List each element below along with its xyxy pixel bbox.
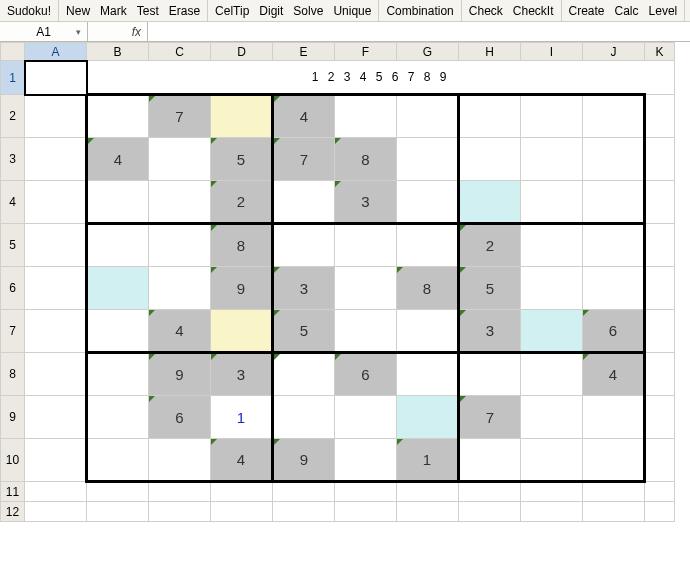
col-header-D[interactable]: D [211,43,273,61]
cell-H6[interactable]: 5 [459,267,521,310]
cell-E4[interactable] [273,181,335,224]
cell-A2[interactable] [25,95,87,138]
row-header-12[interactable]: 12 [1,502,25,522]
formula-bar[interactable] [148,22,690,41]
cell-C6[interactable] [149,267,211,310]
col-header-F[interactable]: F [335,43,397,61]
cell-A11[interactable] [25,482,87,502]
row-header-5[interactable]: 5 [1,224,25,267]
col-header-I[interactable]: I [521,43,583,61]
cell-E7[interactable]: 5 [273,310,335,353]
cell-A9[interactable] [25,396,87,439]
toolbar-checkit-button[interactable]: CheckIt [508,2,559,20]
cell-B5[interactable] [87,224,149,267]
cell-A12[interactable] [25,502,87,522]
cell-C3[interactable] [149,138,211,181]
row-header-9[interactable]: 9 [1,396,25,439]
cell-K11[interactable] [645,482,675,502]
cell-H7[interactable]: 3 [459,310,521,353]
col-header-K[interactable]: K [645,43,675,61]
cell-H9[interactable]: 7 [459,396,521,439]
cell-B8[interactable] [87,353,149,396]
cell-F10[interactable] [335,439,397,482]
cell-J7[interactable]: 6 [583,310,645,353]
cell-A5[interactable] [25,224,87,267]
cell-A6[interactable] [25,267,87,310]
cell-K9[interactable] [645,396,675,439]
cell-A3[interactable] [25,138,87,181]
cell-J8[interactable]: 4 [583,353,645,396]
cell-B10[interactable] [87,439,149,482]
name-box-dropdown-icon[interactable]: ▾ [72,26,84,38]
cell-J3[interactable] [583,138,645,181]
cell-B12[interactable] [87,502,149,522]
cell-G6[interactable]: 8 [397,267,459,310]
cell-D7[interactable] [211,310,273,353]
cell-K4[interactable] [645,181,675,224]
cell-A7[interactable] [25,310,87,353]
cell-K10[interactable] [645,439,675,482]
cell-G2[interactable] [397,95,459,138]
cell-J2[interactable] [583,95,645,138]
name-box[interactable]: A1 ▾ [0,22,88,41]
col-header-C[interactable]: C [149,43,211,61]
toolbar-solve-button[interactable]: Solve [288,2,328,20]
cell-J10[interactable] [583,439,645,482]
cell-I6[interactable] [521,267,583,310]
toolbar-app-name-button[interactable]: Sudoku! [2,2,56,20]
cell-F2[interactable] [335,95,397,138]
cell-E6[interactable]: 3 [273,267,335,310]
cell-D4[interactable]: 2 [211,181,273,224]
cell-A4[interactable] [25,181,87,224]
cell-H3[interactable] [459,138,521,181]
cell-E10[interactable]: 9 [273,439,335,482]
cell-B11[interactable] [87,482,149,502]
cell-E9[interactable] [273,396,335,439]
col-header-H[interactable]: H [459,43,521,61]
cell-H4[interactable] [459,181,521,224]
cell-J4[interactable] [583,181,645,224]
cell-B4[interactable] [87,181,149,224]
cell-F11[interactable] [335,482,397,502]
col-header-A[interactable]: A [25,43,87,61]
cell-A10[interactable] [25,439,87,482]
cell-C8[interactable]: 9 [149,353,211,396]
cell-K3[interactable] [645,138,675,181]
worksheet-grid[interactable]: ABCDEFGHIJK 11 2 3 4 5 6 7 8 92743457842… [0,42,690,522]
cell-F7[interactable] [335,310,397,353]
cell-A8[interactable] [25,353,87,396]
toolbar-digit-button[interactable]: Digit [254,2,288,20]
cell-D3[interactable]: 5 [211,138,273,181]
col-header-J[interactable]: J [583,43,645,61]
cell-D11[interactable] [211,482,273,502]
cell-E12[interactable] [273,502,335,522]
row-header-7[interactable]: 7 [1,310,25,353]
cell-H2[interactable] [459,95,521,138]
cell-I7[interactable] [521,310,583,353]
cell-D5[interactable]: 8 [211,224,273,267]
cell-K2[interactable] [645,95,675,138]
cell-D6[interactable]: 9 [211,267,273,310]
cell-B6[interactable] [87,267,149,310]
cell-H12[interactable] [459,502,521,522]
toolbar-level-button[interactable]: Level [644,2,683,20]
row-header-8[interactable]: 8 [1,353,25,396]
cell-I2[interactable] [521,95,583,138]
cell-K8[interactable] [645,353,675,396]
toolbar-unique-button[interactable]: Unique [328,2,376,20]
cell-C11[interactable] [149,482,211,502]
cell-D9[interactable]: 1 [211,396,273,439]
cell-B2[interactable] [87,95,149,138]
toolbar-erase-button[interactable]: Erase [164,2,205,20]
row-header-10[interactable]: 10 [1,439,25,482]
row-header-1[interactable]: 1 [1,61,25,95]
cell-I5[interactable] [521,224,583,267]
cell-J5[interactable] [583,224,645,267]
cell-J9[interactable] [583,396,645,439]
cell-G11[interactable] [397,482,459,502]
cell-F8[interactable]: 6 [335,353,397,396]
col-header-E[interactable]: E [273,43,335,61]
cell-E8[interactable] [273,353,335,396]
row-header-3[interactable]: 3 [1,138,25,181]
cell-E3[interactable]: 7 [273,138,335,181]
